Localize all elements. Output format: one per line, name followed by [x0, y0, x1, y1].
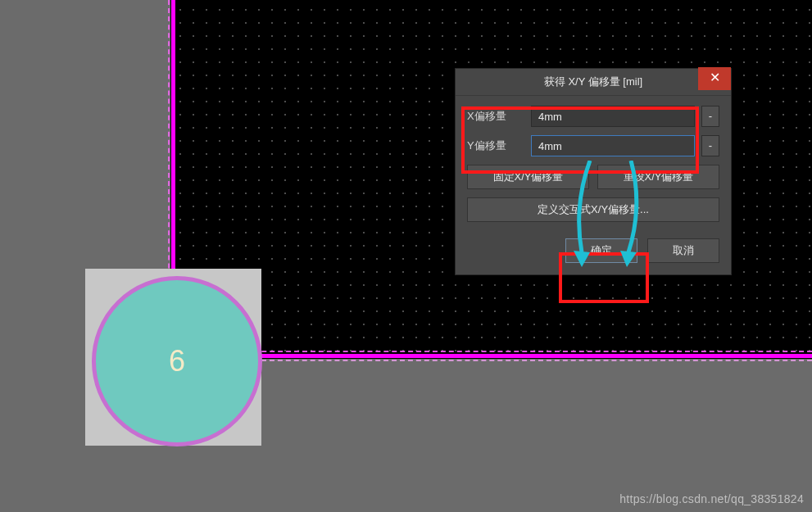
- x-offset-label: X偏移量: [467, 109, 531, 124]
- component-pad[interactable]: 6: [92, 276, 262, 446]
- reset-offset-button[interactable]: 重设X/Y偏移量: [597, 165, 719, 189]
- board-outline-horizontal-dashed: [172, 351, 812, 352]
- component-pad-label: 6: [96, 280, 258, 442]
- close-button[interactable]: ✕: [698, 67, 731, 90]
- fix-offset-button[interactable]: 固定X/Y偏移量: [467, 165, 589, 189]
- x-offset-input[interactable]: [531, 106, 695, 127]
- y-offset-negate-button[interactable]: -: [701, 135, 719, 156]
- board-outline-horizontal-dashed-lower: [261, 360, 812, 361]
- watermark: https://blog.csdn.net/qq_38351824: [619, 492, 804, 505]
- dialog-title: 获得 X/Y 偏移量 [mil]: [544, 69, 642, 95]
- ok-button[interactable]: 确定: [565, 238, 637, 263]
- close-icon: ✕: [710, 70, 720, 84]
- offset-dialog: 获得 X/Y 偏移量 [mil] ✕ X偏移量 - Y偏移量 - 固定X/Y偏移…: [455, 68, 732, 275]
- y-offset-label: Y偏移量: [467, 138, 531, 153]
- component-footprint[interactable]: 6: [85, 269, 261, 446]
- board-outline-horizontal: [172, 354, 812, 358]
- x-offset-negate-button[interactable]: -: [701, 106, 719, 127]
- y-offset-input[interactable]: [531, 135, 695, 156]
- cancel-button[interactable]: 取消: [647, 238, 719, 263]
- y-offset-row: Y偏移量 -: [467, 135, 719, 156]
- define-interactive-offset-button[interactable]: 定义交互式X/Y偏移量...: [467, 197, 719, 222]
- x-offset-row: X偏移量 -: [467, 106, 719, 127]
- dialog-titlebar[interactable]: 获得 X/Y 偏移量 [mil] ✕: [456, 69, 731, 96]
